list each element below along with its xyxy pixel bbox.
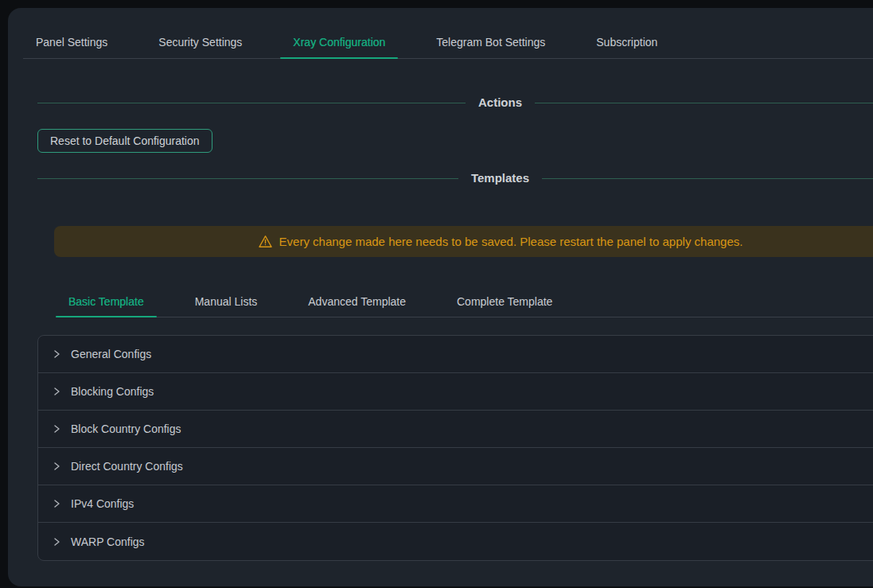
reset-to-default-button[interactable]: Reset to Default Configuration <box>37 129 212 153</box>
collapse-label: Direct Country Configs <box>71 460 183 473</box>
warning-message: Every change made here needs to be saved… <box>279 235 743 248</box>
chevron-right-icon <box>52 349 61 359</box>
collapse-ipv4-configs[interactable]: IPv4 Configs <box>38 485 873 523</box>
collapse-warp-configs[interactable]: WARP Configs <box>38 523 873 560</box>
tab-advanced-template[interactable]: Advanced Template <box>295 294 419 317</box>
collapse-general-configs[interactable]: General Configs <box>38 336 873 373</box>
collapse-label: Block Country Configs <box>71 423 181 435</box>
chevron-right-icon <box>52 537 61 547</box>
tab-complete-template[interactable]: Complete Template <box>444 294 565 317</box>
chevron-right-icon <box>52 424 61 434</box>
warning-banner: Every change made here needs to be saved… <box>54 226 873 257</box>
settings-tab-bar: Panel Settings Security Settings Xray Co… <box>23 8 873 59</box>
tab-xray-configuration[interactable]: Xray Configuration <box>280 34 398 58</box>
tab-manual-lists[interactable]: Manual Lists <box>182 294 271 317</box>
collapse-label: General Configs <box>71 348 151 360</box>
tab-telegram-bot-settings[interactable]: Telegram Bot Settings <box>423 34 558 58</box>
warning-triangle-icon <box>258 234 273 249</box>
collapse-label: Blocking Configs <box>71 385 154 398</box>
chevron-right-icon <box>52 499 61 508</box>
tab-panel-settings[interactable]: Panel Settings <box>23 34 120 58</box>
template-tab-bar: Basic Template Manual Lists Advanced Tem… <box>56 294 873 317</box>
chevron-right-icon <box>52 387 61 396</box>
collapse-label: WARP Configs <box>71 535 145 548</box>
collapse-label: IPv4 Configs <box>71 497 134 510</box>
collapse-blocking-configs[interactable]: Blocking Configs <box>38 373 873 411</box>
actions-divider: Actions <box>37 94 873 111</box>
chevron-right-icon <box>52 461 61 471</box>
actions-section-title: Actions <box>478 94 522 111</box>
settings-card: Panel Settings Security Settings Xray Co… <box>8 8 873 586</box>
tab-basic-template[interactable]: Basic Template <box>56 294 157 317</box>
tab-subscription[interactable]: Subscription <box>583 34 670 58</box>
templates-divider: Templates <box>37 169 873 187</box>
collapse-block-country-configs[interactable]: Block Country Configs <box>38 411 873 448</box>
tab-security-settings[interactable]: Security Settings <box>146 34 255 58</box>
collapse-direct-country-configs[interactable]: Direct Country Configs <box>38 448 873 485</box>
templates-section-title: Templates <box>471 169 529 187</box>
config-collapse-list: General Configs Blocking Configs Block C… <box>37 335 873 561</box>
